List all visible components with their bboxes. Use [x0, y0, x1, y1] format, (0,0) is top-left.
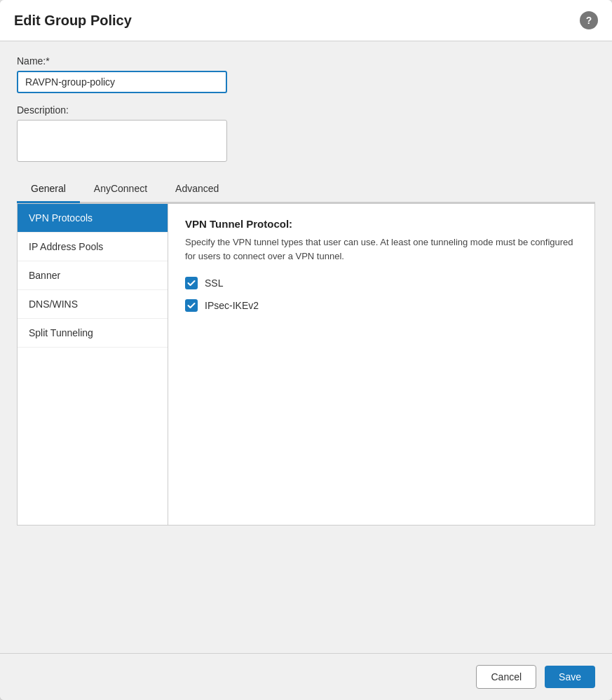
edit-group-policy-dialog: Edit Group Policy ? Name:* Description: … — [0, 0, 612, 700]
checkmark-icon — [187, 279, 196, 287]
tab-advanced[interactable]: Advanced — [161, 176, 233, 203]
name-field-group: Name:* — [17, 55, 595, 93]
sidebar: VPN Protocols IP Address Pools Banner DN… — [18, 204, 168, 525]
dialog-title: Edit Group Policy — [14, 13, 132, 29]
description-label: Description: — [17, 104, 595, 116]
dialog-body: Name:* Description: General AnyConnect A… — [0, 41, 612, 653]
vpn-protocol-title: VPN Tunnel Protocol: — [185, 218, 578, 230]
ssl-checkbox[interactable] — [185, 277, 198, 289]
ssl-label: SSL — [205, 277, 223, 289]
sidebar-item-banner[interactable]: Banner — [18, 261, 168, 290]
ipsec-label: IPsec-IKEv2 — [205, 300, 259, 311]
dialog-footer: Cancel Save — [0, 653, 612, 700]
dialog-header: Edit Group Policy ? — [0, 0, 612, 41]
name-input[interactable] — [17, 71, 227, 93]
sidebar-item-split-tunneling[interactable]: Split Tunneling — [18, 319, 168, 348]
tab-anyconnect[interactable]: AnyConnect — [80, 176, 161, 203]
tabs-row: General AnyConnect Advanced — [17, 176, 595, 203]
main-content-panel: VPN Tunnel Protocol: Specify the VPN tun… — [168, 204, 594, 525]
description-field-group: Description: — [17, 104, 595, 162]
ipsec-checkbox-row: IPsec-IKEv2 — [185, 299, 578, 312]
checkmark-icon-2 — [187, 301, 196, 310]
content-area: VPN Protocols IP Address Pools Banner DN… — [17, 203, 595, 526]
sidebar-item-dns-wins[interactable]: DNS/WINS — [18, 290, 168, 319]
ipsec-checkbox[interactable] — [185, 299, 198, 312]
save-button[interactable]: Save — [545, 666, 595, 688]
help-icon[interactable]: ? — [580, 11, 598, 29]
sidebar-item-vpn-protocols[interactable]: VPN Protocols — [18, 204, 168, 233]
name-label: Name:* — [17, 55, 595, 67]
vpn-description: Specify the VPN tunnel types that user c… — [185, 235, 578, 263]
description-input[interactable] — [17, 120, 227, 162]
cancel-button[interactable]: Cancel — [476, 665, 536, 689]
ssl-checkbox-row: SSL — [185, 277, 578, 289]
tab-general[interactable]: General — [17, 176, 80, 203]
sidebar-item-ip-address-pools[interactable]: IP Address Pools — [18, 233, 168, 261]
